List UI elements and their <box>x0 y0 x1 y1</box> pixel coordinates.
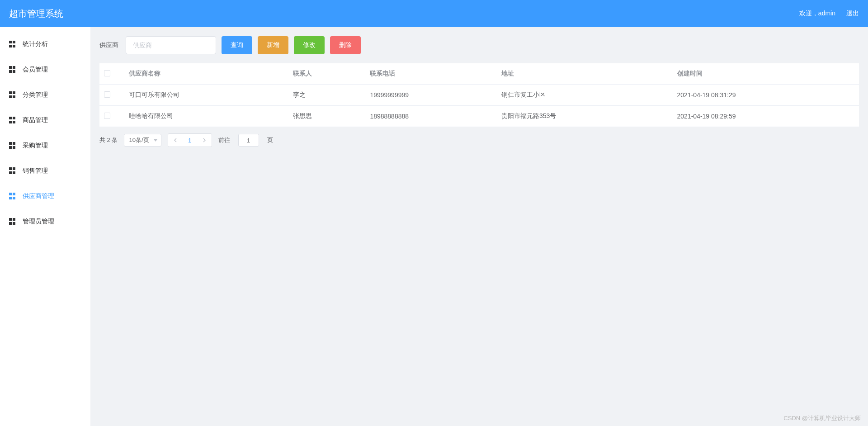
sidebar-item-label: 商品管理 <box>23 116 48 124</box>
cell-created: 2021-04-19 08:31:29 <box>673 85 859 106</box>
grid-icon <box>9 41 16 48</box>
sidebar-item-label: 统计分析 <box>23 40 48 48</box>
grid-icon <box>9 167 16 175</box>
sidebar-item-suppliers[interactable]: 供应商管理 <box>0 184 90 209</box>
sidebar-item-label: 分类管理 <box>23 91 48 99</box>
page-number[interactable]: 1 <box>183 134 197 147</box>
toolbar: 供应商 查询 新增 修改 删除 <box>99 36 859 54</box>
grid-icon <box>9 91 16 99</box>
col-address: 地址 <box>497 63 673 85</box>
sidebar-item-products[interactable]: 商品管理 <box>0 108 90 133</box>
delete-button[interactable]: 删除 <box>330 36 361 54</box>
grid-icon <box>9 193 16 200</box>
jump-input[interactable] <box>238 134 259 147</box>
pager: 1 <box>168 133 212 147</box>
grid-icon <box>9 142 16 149</box>
cell-contact: 张思思 <box>288 106 365 127</box>
header: 超市管理系统 欢迎，admin 退出 <box>0 0 868 27</box>
sidebar-item-label: 采购管理 <box>23 142 48 150</box>
col-created: 创建时间 <box>673 63 859 85</box>
chevron-right-icon <box>203 138 206 142</box>
total-text: 共 2 条 <box>99 136 118 144</box>
jump-prefix: 前往 <box>218 136 230 144</box>
pagination: 共 2 条 10条/页 1 前往 页 <box>99 133 859 147</box>
table-row: 可口可乐有限公司 李之 19999999999 铜仁市复工小区 2021-04-… <box>99 85 859 106</box>
col-name: 供应商名称 <box>124 63 288 85</box>
grid-icon <box>9 66 16 73</box>
sidebar-item-admins[interactable]: 管理员管理 <box>0 209 90 234</box>
row-checkbox[interactable] <box>104 113 110 119</box>
row-checkbox[interactable] <box>104 91 110 98</box>
query-button[interactable]: 查询 <box>222 36 252 54</box>
sidebar-item-label: 会员管理 <box>23 66 48 74</box>
chevron-left-icon <box>174 138 177 142</box>
chevron-down-icon <box>154 139 157 142</box>
grid-icon <box>9 218 16 225</box>
search-label: 供应商 <box>99 41 118 49</box>
cell-phone: 18988888888 <box>365 106 497 127</box>
jump-suffix: 页 <box>267 136 273 144</box>
cell-name: 哇哈哈有限公司 <box>124 106 288 127</box>
welcome-text: 欢迎，admin <box>799 9 835 18</box>
sidebar-item-label: 销售管理 <box>23 167 48 175</box>
table-header-row: 供应商名称 联系人 联系电话 地址 创建时间 <box>99 63 859 85</box>
watermark: CSDN @计算机毕业设计大师 <box>783 414 861 422</box>
sidebar-item-sales[interactable]: 销售管理 <box>0 158 90 184</box>
sidebar-item-stats[interactable]: 统计分析 <box>0 32 90 57</box>
table-row: 哇哈哈有限公司 张思思 18988888888 贵阳市福元路353号 2021-… <box>99 106 859 127</box>
cell-address: 铜仁市复工小区 <box>497 85 673 106</box>
col-contact: 联系人 <box>288 63 365 85</box>
cell-address: 贵阳市福元路353号 <box>497 106 673 127</box>
sidebar-item-label: 供应商管理 <box>23 192 54 200</box>
next-page-button[interactable] <box>197 134 212 147</box>
cell-created: 2021-04-19 08:29:59 <box>673 106 859 127</box>
prev-page-button[interactable] <box>168 134 183 147</box>
main-content: 供应商 查询 新增 修改 删除 供应商名称 联系人 联系电话 地址 创建时间 <box>90 27 868 426</box>
col-phone: 联系电话 <box>365 63 497 85</box>
app-title: 超市管理系统 <box>9 8 63 20</box>
sidebar-item-purchase[interactable]: 采购管理 <box>0 133 90 158</box>
page-size-select[interactable]: 10条/页 <box>124 134 161 147</box>
cell-name: 可口可乐有限公司 <box>124 85 288 106</box>
sidebar: 统计分析 会员管理 分类管理 商品管理 采购管理 销售管理 供应商管理 管理员 <box>0 27 90 426</box>
sidebar-item-categories[interactable]: 分类管理 <box>0 82 90 108</box>
cell-contact: 李之 <box>288 85 365 106</box>
supplier-table: 供应商名称 联系人 联系电话 地址 创建时间 可口可乐有限公司 李之 19999… <box>99 63 859 127</box>
cell-phone: 19999999999 <box>365 85 497 106</box>
edit-button[interactable]: 修改 <box>294 36 325 54</box>
header-right: 欢迎，admin 退出 <box>799 9 859 18</box>
add-button[interactable]: 新增 <box>258 36 288 54</box>
search-input[interactable] <box>126 36 216 54</box>
page-size-value: 10条/页 <box>129 136 149 144</box>
sidebar-item-members[interactable]: 会员管理 <box>0 57 90 82</box>
sidebar-item-label: 管理员管理 <box>23 218 54 226</box>
checkbox-all[interactable] <box>104 70 110 76</box>
logout-link[interactable]: 退出 <box>846 9 859 18</box>
grid-icon <box>9 117 16 124</box>
